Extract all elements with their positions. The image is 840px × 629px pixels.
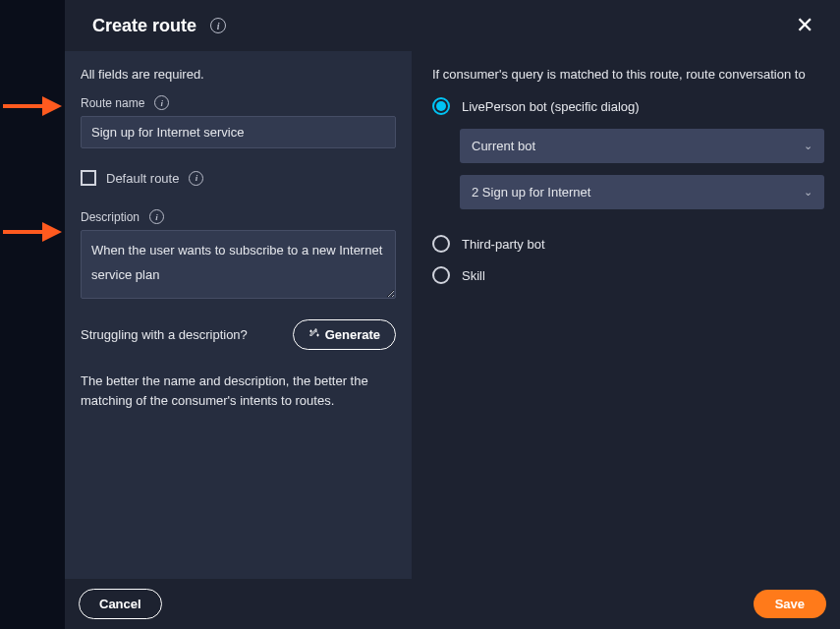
info-icon[interactable]: i: [149, 209, 164, 224]
description-label: Description: [81, 210, 140, 224]
info-icon[interactable]: i: [189, 171, 203, 186]
chevron-down-icon: ⌄: [804, 186, 812, 199]
left-panel: All fields are required. Route name i De…: [65, 51, 413, 579]
radio-thirdparty[interactable]: [432, 235, 450, 253]
description-input[interactable]: [81, 230, 396, 299]
radio-dot-icon: [436, 101, 446, 111]
dialog-header: Create route i ✕: [65, 0, 840, 51]
select-dialog-value: 2 Sign up for Internet: [472, 185, 590, 200]
route-name-input[interactable]: [81, 116, 396, 148]
hint-text: The better the name and description, the…: [81, 372, 396, 410]
radio-thirdparty-row: Third-party bot: [432, 235, 824, 253]
select-bot-value: Current bot: [472, 139, 535, 153]
select-dialog-wrap: 2 Sign up for Internet ⌄: [460, 175, 824, 209]
radio-liveperson[interactable]: [432, 97, 450, 115]
save-button[interactable]: Save: [754, 590, 826, 618]
chevron-down-icon: ⌄: [804, 140, 812, 152]
radio-thirdparty-label: Third-party bot: [462, 237, 545, 252]
struggling-text: Struggling with a description?: [81, 327, 248, 342]
generate-row: Struggling with a description? Generate: [81, 319, 396, 350]
radio-skill[interactable]: [432, 266, 450, 284]
description-label-row: Description i: [81, 209, 396, 224]
info-icon[interactable]: i: [210, 18, 226, 33]
close-button[interactable]: ✕: [793, 14, 816, 37]
close-icon: ✕: [796, 13, 813, 37]
route-name-label-row: Route name i: [81, 95, 396, 110]
cancel-button[interactable]: Cancel: [79, 589, 162, 619]
create-route-dialog: Create route i ✕ All fields are required…: [65, 0, 840, 629]
generate-button[interactable]: Generate: [293, 319, 396, 350]
required-text: All fields are required.: [81, 67, 396, 82]
info-icon[interactable]: i: [154, 95, 169, 110]
dialog-body: All fields are required. Route name i De…: [65, 51, 840, 579]
select-dialog[interactable]: 2 Sign up for Internet ⌄: [460, 175, 824, 209]
radio-skill-row: Skill: [432, 266, 824, 284]
select-bot-wrap: Current bot ⌄: [460, 129, 824, 163]
generate-label: Generate: [325, 327, 380, 342]
default-route-checkbox[interactable]: [81, 170, 96, 186]
default-route-row: Default route i: [81, 170, 396, 186]
route-name-label: Route name: [81, 96, 144, 110]
dialog-title: Create route: [92, 16, 196, 36]
radio-liveperson-row: LivePerson bot (specific dialog): [432, 97, 824, 115]
wand-icon: [308, 327, 320, 342]
dialog-title-wrap: Create route i: [92, 16, 226, 36]
radio-skill-label: Skill: [462, 268, 485, 283]
default-route-label: Default route: [106, 171, 179, 186]
right-panel: If consumer's query is matched to this r…: [413, 51, 840, 579]
select-bot[interactable]: Current bot ⌄: [460, 129, 824, 163]
radio-liveperson-label: LivePerson bot (specific dialog): [462, 99, 640, 114]
dialog-footer: Cancel Save: [65, 579, 840, 629]
route-to-text: If consumer's query is matched to this r…: [432, 67, 824, 82]
